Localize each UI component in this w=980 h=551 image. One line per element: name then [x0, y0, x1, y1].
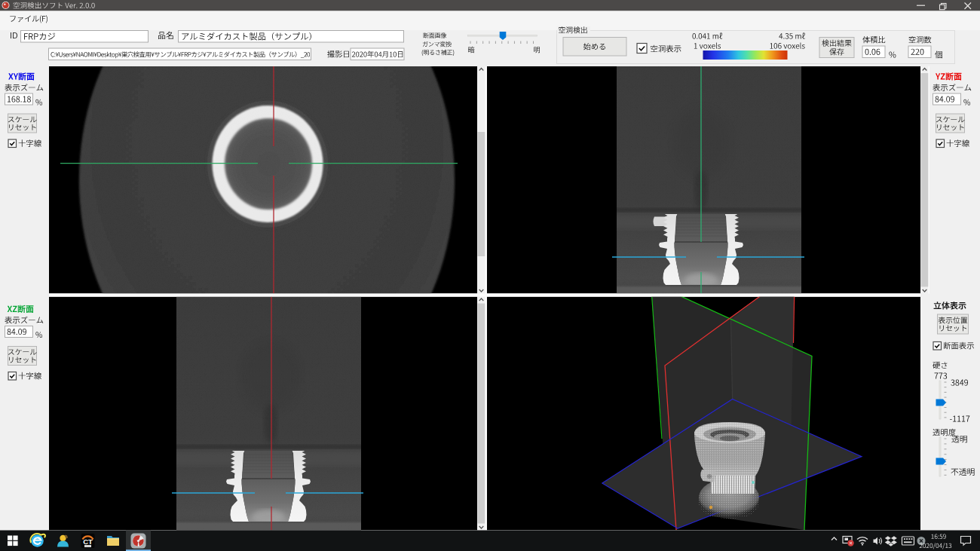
svg-text:CT: CT: [83, 537, 93, 546]
